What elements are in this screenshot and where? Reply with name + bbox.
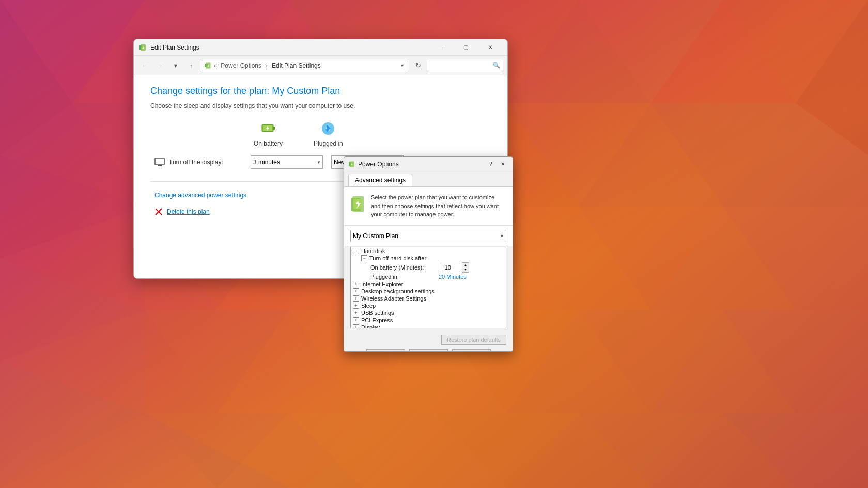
turn-off-hdd-expand[interactable]: − (361, 255, 367, 261)
dialog-body-icon (350, 193, 366, 214)
wireless-expand[interactable]: + (353, 295, 359, 302)
ie-label: Internet Explorer (361, 281, 403, 287)
forward-button[interactable]: → (153, 59, 167, 72)
sleep-expand[interactable]: + (353, 303, 359, 309)
page-subtitle: Choose the sleep and display settings th… (150, 102, 355, 109)
advanced-settings-tab[interactable]: Advanced settings (348, 174, 412, 186)
window-controls: — ▢ ✕ (429, 39, 502, 56)
power-options-icon (350, 195, 366, 214)
close-button[interactable]: ✕ (478, 39, 502, 56)
advanced-power-settings-link[interactable]: Change advanced power settings (154, 192, 246, 199)
ie-expand[interactable]: + (353, 281, 359, 287)
settings-tree[interactable]: − Hard disk − Turn off hard disk after O… (350, 247, 506, 328)
on-battery-row: On battery (Minutes): ▲ ▼ (351, 262, 506, 273)
sleep-label: Sleep (361, 303, 376, 309)
window-titlebar: Edit Plan Settings — ▢ ✕ (134, 39, 507, 56)
wireless-label: Wireless Adapter Settings (361, 295, 426, 302)
cancel-button[interactable]: Cancel (409, 349, 448, 352)
tree-item-ie[interactable]: + Internet Explorer (351, 280, 506, 288)
battery-column-header: On battery (254, 120, 283, 147)
usb-expand[interactable]: + (353, 310, 359, 316)
dropdown-button[interactable]: ▼ (169, 59, 182, 72)
battery-display-dropdown[interactable]: 3 minutes 5 minutes 10 minutes Never (251, 155, 323, 169)
dialog-tab-bar: Advanced settings (344, 171, 513, 187)
plugged-label: Plugged in (314, 140, 343, 147)
turn-off-hdd-label: Turn off hard disk after (369, 255, 426, 261)
plugged-icon (320, 120, 336, 137)
battery-display-dropdown-wrapper: 3 minutes 5 minutes 10 minutes Never ▼ (251, 155, 323, 169)
power-options-dialog: Power Options ? ✕ Advanced settings Sele… (344, 156, 513, 352)
dialog-actions: OK Cancel Apply (350, 349, 506, 352)
tree-item-display[interactable]: + Display (351, 324, 506, 328)
tree-item-sleep[interactable]: + Sleep (351, 302, 506, 309)
search-wrapper: 🔍 (427, 59, 503, 72)
plan-select[interactable]: My Custom Plan Balanced High performance… (350, 230, 506, 242)
ok-button[interactable]: OK (366, 349, 405, 352)
delete-plan-link[interactable]: Delete this plan (167, 208, 210, 215)
back-button[interactable]: ← (138, 59, 151, 72)
display-expand[interactable]: + (353, 324, 359, 328)
display-field-label: Turn off the display: (169, 159, 223, 166)
address-input[interactable]: « Power Options › Edit Plan Settings ▼ (200, 59, 409, 72)
tree-item-turn-off-hdd[interactable]: − Turn off hard disk after (351, 255, 506, 262)
desktop-bg-label: Desktop background settings (361, 288, 435, 294)
dialog-close-button[interactable]: ✕ (497, 159, 508, 170)
minimize-button[interactable]: — (429, 39, 453, 56)
plugged-in-row[interactable]: Plugged in: 20 Minutes (351, 273, 506, 280)
breadcrumb-prefix: « Power Options (214, 62, 261, 69)
spinner-down[interactable]: ▼ (462, 267, 469, 272)
apply-button[interactable]: Apply (452, 349, 491, 352)
tree-item-wireless[interactable]: + Wireless Adapter Settings (351, 295, 506, 302)
window-icon (139, 43, 147, 52)
dialog-help-button[interactable]: ? (485, 159, 497, 170)
restore-defaults-button[interactable]: Restore plan defaults (441, 335, 506, 345)
battery-label: On battery (254, 140, 283, 147)
tree-item-usb[interactable]: + USB settings (351, 309, 506, 317)
svg-rect-70 (158, 165, 162, 166)
display-label-area: Turn off the display: (154, 158, 242, 167)
tree-item-desktop-bg[interactable]: + Desktop background settings (351, 288, 506, 295)
desktop: Edit Plan Settings — ▢ ✕ ← → ▼ ↑ « Power… (0, 0, 868, 488)
on-battery-label: On battery (Minutes): (370, 264, 438, 271)
display-label: Display (361, 324, 380, 328)
hard-disk-label: Hard disk (361, 248, 385, 254)
up-button[interactable]: ↑ (184, 59, 198, 72)
tree-item-hard-disk[interactable]: − Hard disk (351, 247, 506, 255)
dialog-titlebar: Power Options ? ✕ (344, 157, 513, 171)
on-battery-input[interactable] (440, 263, 460, 272)
dialog-footer: Restore plan defaults OK Cancel Apply (344, 330, 513, 352)
hard-disk-expand[interactable]: − (353, 248, 359, 254)
address-bar: ← → ▼ ↑ « Power Options › Edit Plan Sett… (134, 56, 507, 75)
plugged-in-value: 20 Minutes (439, 274, 467, 280)
window-title: Edit Plan Settings (150, 44, 429, 51)
delete-icon (154, 208, 163, 216)
dialog-body: Select the power plan that you want to c… (344, 187, 513, 226)
usb-label: USB settings (361, 310, 394, 316)
dialog-icon (348, 161, 355, 168)
spinner-up[interactable]: ▲ (462, 263, 469, 267)
refresh-button[interactable]: ↻ (411, 59, 425, 72)
plan-dropdown-area: My Custom Plan Balanced High performance… (344, 226, 513, 247)
search-input[interactable] (427, 59, 503, 72)
page-title: Change settings for the plan: My Custom … (150, 86, 340, 96)
maximize-button[interactable]: ▢ (454, 39, 477, 56)
on-battery-spinner: ▲ ▼ (462, 262, 469, 273)
svg-rect-71 (159, 165, 161, 165)
address-dropdown-btn[interactable]: ▼ (400, 63, 405, 68)
desktop-bg-expand[interactable]: + (353, 288, 359, 294)
breadcrumb-current: Edit Plan Settings (272, 62, 321, 69)
monitor-icon (154, 158, 165, 167)
battery-icon (260, 120, 276, 137)
pci-label: PCI Express (361, 317, 393, 323)
svg-rect-65 (273, 127, 275, 130)
plugged-in-label: Plugged in: (370, 274, 438, 280)
plugged-column-header: Plugged in (314, 120, 343, 147)
dialog-body-text: Select the power plan that you want to c… (371, 193, 506, 219)
dialog-title: Power Options (358, 161, 485, 168)
dialog-controls: ? ✕ (485, 159, 508, 170)
pci-expand[interactable]: + (353, 317, 359, 323)
plan-select-wrapper: My Custom Plan Balanced High performance… (350, 230, 506, 242)
tree-item-pci[interactable]: + PCI Express (351, 317, 506, 324)
svg-rect-69 (155, 158, 164, 165)
